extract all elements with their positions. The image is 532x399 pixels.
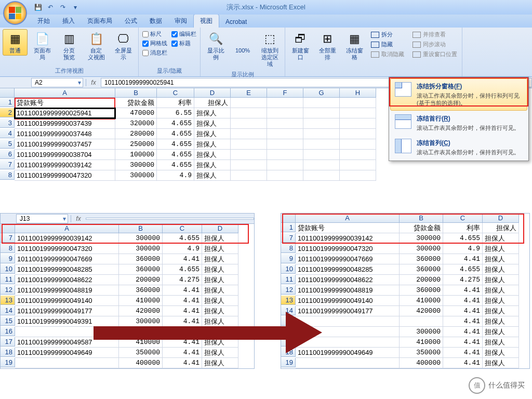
cell[interactable]: 担保人	[202, 264, 238, 275]
cell[interactable]: 担保人	[202, 275, 238, 285]
cell[interactable]: 担保人	[483, 233, 519, 244]
cell[interactable]: 4.41	[443, 306, 483, 316]
cell[interactable]: 250000	[115, 139, 157, 150]
cell[interactable]: 担保人	[483, 244, 519, 254]
cell[interactable]: 420000	[400, 306, 443, 316]
header-cell[interactable]: 贷款金额	[115, 98, 157, 108]
ribbon-btn-100%[interactable]: 100%	[230, 29, 255, 56]
redo-icon[interactable]: ↷	[58, 3, 68, 12]
check-网格线[interactable]: 网格线	[142, 39, 167, 47]
cell[interactable]: 担保人	[194, 129, 231, 139]
col-header-C[interactable]: C	[163, 224, 202, 233]
fx-icon[interactable]: fx	[74, 215, 83, 222]
cell[interactable]: 4.41	[443, 254, 483, 264]
cell[interactable]: 10110019999990039142	[296, 233, 400, 244]
col-header-B[interactable]: B	[119, 224, 163, 233]
cell[interactable]: 360000	[400, 285, 443, 296]
row-header[interactable]: 10	[281, 264, 296, 274]
check-标尺[interactable]: 标尺	[142, 30, 167, 38]
cell[interactable]: 4.275	[163, 275, 202, 285]
cell[interactable]: 10110019999990037457	[15, 139, 115, 150]
row-header[interactable]: 9	[281, 254, 296, 263]
cell[interactable]: 担保人	[202, 254, 238, 264]
ribbon-btn-分页预览[interactable]: ▥分页预览	[57, 29, 82, 62]
cell[interactable]: 4.9	[157, 170, 194, 181]
ribbon-btn-全屏显示[interactable]: 🖵全屏显示	[111, 29, 136, 62]
header-cell[interactable]: 担保人	[194, 98, 231, 108]
row-header[interactable]: 15	[1, 316, 15, 326]
cell[interactable]: 10110019999990048285	[15, 264, 119, 275]
row-header[interactable]: 17	[1, 337, 15, 347]
cell[interactable]: 360000	[119, 285, 163, 296]
cell[interactable]: 300000	[400, 233, 443, 244]
cell[interactable]: 300000	[119, 244, 163, 254]
cell[interactable]: 4.655	[163, 233, 202, 244]
row-header[interactable]: 11	[1, 275, 15, 284]
cell[interactable]: 10110019999990038704	[15, 150, 115, 160]
cell[interactable]: 4.41	[443, 296, 483, 306]
row-header[interactable]: 4	[0, 129, 15, 138]
freeze-option-C[interactable]: 冻结首列(C)滚动工作表其余部分时，保持首列可见。	[390, 135, 527, 159]
cell[interactable]: 担保人	[483, 285, 519, 296]
cell[interactable]	[15, 358, 119, 368]
cell[interactable]: 200000	[119, 275, 163, 285]
cell[interactable]: 4.41	[443, 327, 483, 337]
cell[interactable]: 4.41	[163, 254, 202, 264]
cell[interactable]: 担保人	[202, 296, 238, 306]
ribbon-btn-普通[interactable]: ▦普通	[3, 29, 28, 56]
col-header-F[interactable]: F	[267, 88, 303, 98]
cell[interactable]: 4.41	[443, 285, 483, 296]
cell[interactable]: 200000	[400, 275, 443, 285]
col-header-G[interactable]: G	[303, 88, 340, 98]
cell[interactable]: 担保人	[483, 254, 519, 264]
cell[interactable]: 担保人	[483, 264, 519, 275]
cell[interactable]: 担保人	[483, 316, 519, 327]
row-header[interactable]: 12	[1, 285, 15, 295]
cell[interactable]	[296, 358, 400, 368]
col-header-D[interactable]: D	[194, 88, 231, 98]
row-header[interactable]: 10	[1, 264, 15, 274]
row-header[interactable]: 9	[1, 254, 15, 263]
cell[interactable]: 400000	[119, 358, 163, 368]
cell[interactable]: 4.655	[157, 118, 194, 129]
cell[interactable]: 10110019999990048622	[296, 275, 400, 285]
col-header-A[interactable]: A	[15, 224, 119, 233]
cell[interactable]: 10110019999990047669	[296, 254, 400, 264]
col-header-E[interactable]: E	[231, 88, 267, 98]
row-header[interactable]: 1	[0, 98, 15, 107]
ribbon-btn-新建窗口[interactable]: 🗗新建窗口	[288, 29, 313, 62]
undo-icon[interactable]: ↶	[46, 3, 55, 12]
row-header[interactable]: 18	[1, 348, 15, 357]
tab-数据[interactable]: 数据	[143, 15, 168, 28]
check-消息栏[interactable]: 消息栏	[142, 49, 167, 57]
cell[interactable]: 320000	[115, 118, 157, 129]
ribbon-btn-缩放到选定区域[interactable]: ⬚缩放到选定区域	[257, 29, 282, 70]
left-formula-input[interactable]	[86, 218, 254, 220]
cell[interactable]: 400000	[400, 358, 443, 368]
row-header[interactable]: 13	[281, 296, 296, 305]
cell[interactable]: 300000	[119, 233, 163, 244]
cell[interactable]: 担保人	[202, 244, 238, 254]
row-header[interactable]: 8	[281, 244, 296, 253]
header-cell[interactable]: 担保人	[483, 223, 519, 233]
col-header-C[interactable]: C	[157, 88, 194, 98]
ribbon-btn-冻结窗格[interactable]: ▦冻结窗格	[342, 29, 367, 62]
cell[interactable]: 担保人	[194, 139, 231, 150]
header-cell[interactable]: 贷款金额	[400, 223, 443, 233]
fx-icon[interactable]: fx	[89, 79, 98, 86]
opt-隐藏[interactable]: 隐藏	[369, 40, 406, 49]
row-header[interactable]: 5	[0, 139, 15, 149]
cell[interactable]: 10110019999990037439	[15, 118, 115, 129]
cell[interactable]: 4.41	[443, 358, 483, 368]
cell[interactable]: 360000	[400, 264, 443, 275]
qat-dropdown-icon[interactable]: ▾	[71, 3, 80, 12]
header-cell[interactable]: 贷款账号	[296, 223, 400, 233]
cell[interactable]: 10110019999990048819	[296, 285, 400, 296]
cell[interactable]: 410000	[400, 337, 443, 348]
row-header[interactable]: 11	[281, 275, 296, 284]
cell[interactable]: 10110019999990025941	[15, 108, 115, 118]
cell[interactable]: 4.655	[157, 129, 194, 139]
col-header-A[interactable]: A	[15, 88, 115, 98]
cell[interactable]: 410000	[119, 296, 163, 306]
cell[interactable]: 担保人	[194, 160, 231, 170]
